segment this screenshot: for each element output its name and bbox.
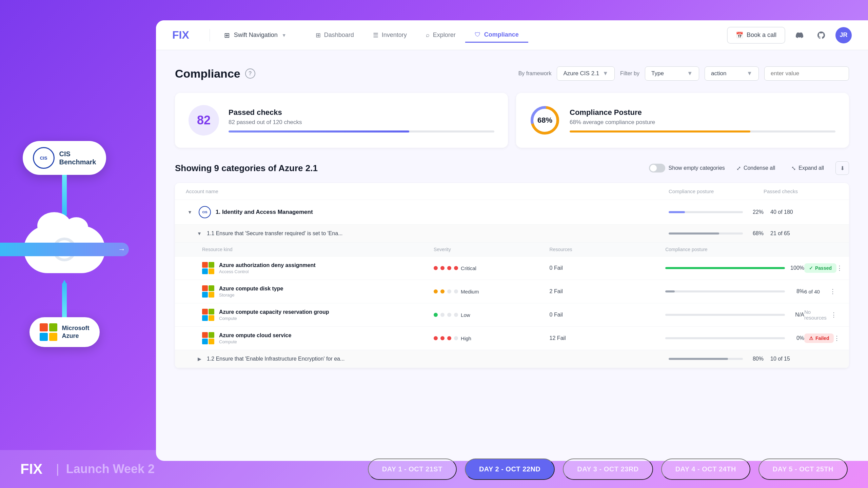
no-resources-3: No resources bbox=[804, 309, 829, 321]
col-resources: Resources bbox=[550, 247, 666, 252]
arrow-through bbox=[0, 243, 129, 256]
type-select[interactable]: Type ▼ bbox=[645, 66, 699, 81]
day4-button[interactable]: DAY 4 - OCT 24TH bbox=[661, 459, 750, 480]
explorer-icon: ⌕ bbox=[426, 32, 430, 39]
launch-week-text: Launch Week 2 bbox=[66, 462, 155, 476]
resource-row-disk: Azure compute disk type Storage Medium 2… bbox=[175, 280, 849, 303]
severity-4: High bbox=[434, 336, 550, 341]
col-resource-kind: Resource kind bbox=[202, 247, 434, 252]
posture-progress-bar bbox=[570, 130, 835, 133]
col-passed: Passed checks bbox=[764, 188, 838, 194]
resources-count-2: 2 Fail bbox=[550, 288, 666, 294]
category-passed: 40 of 180 bbox=[764, 209, 838, 215]
passed-count-2: 6 of 40 bbox=[804, 289, 820, 294]
workspace-dropdown[interactable]: ⊞ Swift Navigation ▼ bbox=[218, 28, 293, 43]
app-logo: FIX bbox=[172, 29, 189, 41]
sub-chevron-right[interactable]: ▶ bbox=[195, 355, 203, 363]
github-button[interactable] bbox=[814, 28, 829, 43]
user-avatar[interactable]: JR bbox=[835, 27, 852, 43]
discord-button[interactable] bbox=[792, 28, 807, 43]
help-icon[interactable]: ? bbox=[245, 68, 255, 79]
show-empty-toggle-wrap: Show empty categories bbox=[649, 164, 725, 172]
nav-divider bbox=[210, 29, 210, 41]
azure-logo-icon bbox=[40, 323, 57, 341]
azure-icon-3 bbox=[202, 309, 214, 321]
resources-count-1: 0 Fail bbox=[550, 265, 666, 271]
nav-link-dashboard[interactable]: ⊞ Dashboard bbox=[306, 28, 363, 42]
sub-passed: 21 of 65 bbox=[764, 230, 838, 237]
nav-link-explorer[interactable]: ⌕ Explorer bbox=[416, 28, 465, 42]
day3-button[interactable]: DAY 3 - OCT 23RD bbox=[563, 459, 653, 480]
posture-title: Compliance Posture bbox=[570, 108, 835, 117]
sub-name-1-1: ▼ 1.1 Ensure that 'Secure transfer requi… bbox=[195, 229, 669, 238]
category-chevron-down[interactable]: ▼ bbox=[186, 208, 194, 216]
value-input[interactable] bbox=[764, 66, 849, 81]
condense-icon: ⤢ bbox=[736, 165, 741, 171]
expand-all-button[interactable]: ⤡ Expand all bbox=[787, 162, 829, 174]
more-button-4[interactable]: ⋮ bbox=[834, 333, 840, 344]
nav-link-compliance[interactable]: 🛡 Compliance bbox=[465, 28, 528, 43]
day1-button[interactable]: DAY 1 - OCT 21ST bbox=[368, 459, 457, 480]
nav-link-inventory[interactable]: ☰ Inventory bbox=[363, 28, 416, 42]
compliance-icon: 🛡 bbox=[475, 31, 481, 38]
compliance-title: Compliance ? bbox=[175, 67, 255, 80]
resource-name-3: Azure compute capacity reservation group bbox=[219, 309, 329, 315]
table-header-row: Showing 9 categories of Azure 2.1 Show e… bbox=[175, 161, 849, 175]
sub-pct-2: 80% bbox=[748, 356, 764, 362]
passed-info: Passed checks 82 passed out of 120 check… bbox=[229, 108, 494, 133]
resource-name-cell-3: Azure compute capacity reservation group… bbox=[202, 309, 434, 321]
severity-label-1: Critical bbox=[461, 265, 476, 271]
res-bar-4 bbox=[665, 337, 785, 339]
dot4-4 bbox=[454, 336, 458, 340]
resource-name-cell-1: Azure authorization deny assignment Acce… bbox=[202, 262, 434, 274]
table-col-headers: Account name Compliance posture Passed c… bbox=[175, 183, 849, 200]
sub-chevron-down[interactable]: ▼ bbox=[195, 229, 203, 238]
dot4-3 bbox=[447, 336, 451, 340]
more-button-2[interactable]: ⋮ bbox=[827, 286, 838, 297]
severity-label-3: Low bbox=[461, 312, 470, 318]
posture-subtitle: 68% average compliance posture bbox=[570, 119, 835, 126]
calendar-icon: 📅 bbox=[736, 32, 743, 39]
day5-button[interactable]: DAY 5 - OCT 25TH bbox=[758, 459, 848, 480]
col-account: Account name bbox=[186, 188, 669, 194]
category-posture: 22% bbox=[669, 209, 764, 215]
framework-select[interactable]: Azure CIS 2.1 ▼ bbox=[557, 66, 615, 81]
posture-mini-3: N/A bbox=[665, 312, 804, 318]
posture-mini-4: 0% bbox=[665, 335, 804, 341]
dot3-2 bbox=[440, 313, 445, 317]
res-pct-1: 100% bbox=[789, 265, 804, 271]
more-button-1[interactable]: ⋮ bbox=[836, 263, 843, 273]
dot2-2 bbox=[440, 289, 445, 293]
dot4-1 bbox=[434, 336, 438, 340]
severity-1: Critical bbox=[434, 265, 550, 271]
action-select[interactable]: action ▼ bbox=[705, 66, 759, 81]
day2-button[interactable]: DAY 2 - OCT 22ND bbox=[465, 459, 555, 480]
more-button-3[interactable]: ⋮ bbox=[829, 309, 838, 320]
resources-count-3: 0 Fail bbox=[550, 312, 666, 318]
resource-name-4: Azure ompute cloud service bbox=[219, 332, 291, 339]
filter-row: By framework Azure CIS 2.1 ▼ Filter by T… bbox=[518, 66, 849, 81]
passed-number: 82 bbox=[189, 105, 219, 136]
sub-row-1-1: ▼ 1.1 Ensure that 'Secure transfer requi… bbox=[175, 225, 849, 243]
dot1 bbox=[434, 266, 438, 270]
sub-bar bbox=[669, 232, 743, 235]
download-button[interactable]: ⬇ bbox=[835, 161, 849, 175]
resource-row-capacity: Azure compute capacity reservation group… bbox=[175, 303, 849, 327]
toggle-knob bbox=[650, 165, 657, 171]
res-bar-3 bbox=[665, 314, 785, 316]
bottom-bar: FIX | Launch Week 2 DAY 1 - OCT 21ST DAY… bbox=[0, 450, 868, 488]
filter-label: Filter by bbox=[620, 70, 639, 77]
category-bar-fill bbox=[669, 211, 685, 213]
condense-all-button[interactable]: ⤢ Condense all bbox=[732, 162, 780, 174]
resource-sub-1: Access Control bbox=[219, 269, 315, 274]
col-severity: Severity bbox=[434, 247, 550, 252]
severity-label-4: High bbox=[461, 336, 471, 341]
resource-sub-4: Compute bbox=[219, 339, 291, 344]
show-empty-toggle[interactable] bbox=[649, 164, 665, 172]
res-bar-1 bbox=[665, 267, 785, 269]
day-buttons: DAY 1 - OCT 21ST DAY 2 - OCT 22ND DAY 3 … bbox=[368, 459, 848, 480]
book-call-button[interactable]: 📅 Book a call bbox=[727, 27, 785, 44]
cloud-container bbox=[20, 222, 108, 277]
cis-badge: CIS CISBenchmark bbox=[23, 141, 106, 175]
posture-mini-1: 100% bbox=[665, 265, 804, 271]
